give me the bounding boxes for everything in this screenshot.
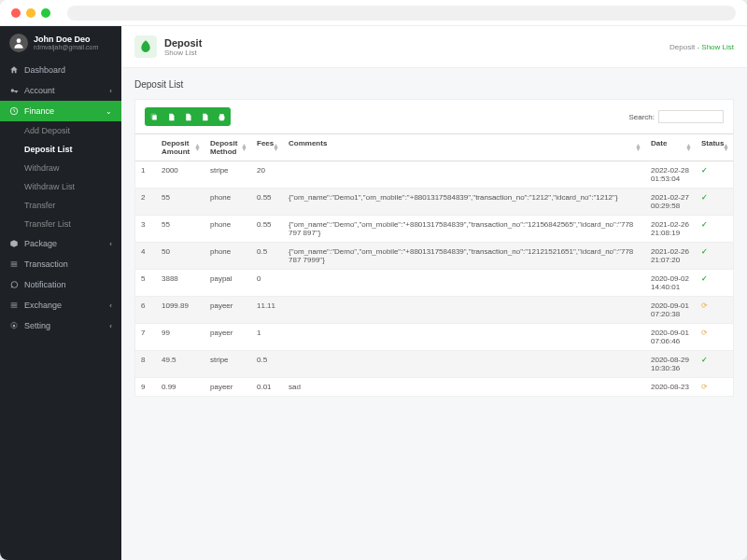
user-email: rdmvaijah@gmail.com: [34, 44, 98, 50]
nav-finance[interactable]: Finance ⌄: [0, 101, 121, 121]
nav-label: Finance: [24, 106, 54, 116]
cell-fees: 11.11: [251, 297, 283, 324]
nav-setting[interactable]: Setting ‹: [0, 315, 121, 336]
breadcrumb-current: Show List: [701, 43, 734, 51]
cell-status: ⟳: [696, 324, 733, 351]
cell-method: paypal: [204, 270, 251, 297]
key-icon: [9, 86, 19, 95]
chat-icon: [9, 280, 19, 289]
nav-label: Transaction: [24, 259, 68, 269]
breadcrumb-root[interactable]: Deposit: [669, 43, 695, 51]
col-status[interactable]: Status▲▼: [696, 134, 733, 161]
cell-comments: [283, 161, 645, 189]
clock-icon: [9, 106, 19, 116]
col-method[interactable]: Deposit Method▲▼: [204, 134, 251, 161]
cell-amount: 1099.89: [156, 297, 204, 324]
table-toolbar: Search:: [135, 100, 733, 133]
cell-method: phone: [204, 216, 251, 243]
close-dot[interactable]: [11, 8, 21, 18]
subnav-withdraw-list[interactable]: Withdraw List: [0, 177, 121, 196]
nav-package[interactable]: Package ‹: [0, 233, 121, 254]
cell-fees: 0: [251, 270, 283, 297]
sidebar: John Doe Deo rdmvaijah@gmail.com Dashboa…: [0, 26, 121, 560]
nav-notification[interactable]: Notification: [0, 274, 121, 295]
print-button[interactable]: [214, 109, 229, 124]
nav-transaction[interactable]: Transaction: [0, 254, 121, 274]
search-input[interactable]: [658, 110, 724, 123]
copy-button[interactable]: [147, 109, 162, 124]
svg-point-2: [13, 325, 16, 328]
table-row: 799payeer12020-09-01 07:06:46⟳: [135, 324, 733, 351]
svg-point-0: [11, 89, 14, 91]
cell-index: 4: [135, 243, 156, 270]
col-index[interactable]: [135, 134, 156, 161]
col-comments[interactable]: Comments▲▼: [283, 134, 645, 161]
pdf-button[interactable]: [197, 109, 212, 124]
cell-comments: {"om_name":"Demo","om_mobile":"+88013175…: [283, 216, 645, 243]
cell-amount: 3888: [156, 270, 204, 297]
export-button-group: [145, 107, 231, 126]
excel-button[interactable]: [180, 109, 195, 124]
chevron-left-icon: ‹: [109, 301, 112, 310]
cell-date: 2020-08-23: [645, 378, 696, 397]
nav-label: Exchange: [24, 301, 62, 310]
sort-icon: ▲▼: [635, 144, 641, 151]
nav-account[interactable]: Account ‹: [0, 80, 121, 101]
user-block[interactable]: John Doe Deo rdmvaijah@gmail.com: [0, 26, 121, 60]
cell-comments: [283, 351, 645, 378]
nav-label: Dashboard: [24, 65, 65, 75]
nav-dashboard[interactable]: Dashboard: [0, 60, 121, 80]
cell-fees: 0.5: [251, 243, 283, 270]
breadcrumb: Deposit - Show List: [669, 43, 734, 51]
cell-index: 7: [135, 324, 156, 351]
cell-method: stripe: [204, 351, 251, 378]
url-bar[interactable]: [67, 6, 736, 21]
cell-method: phone: [204, 243, 251, 270]
subnav-add-deposit[interactable]: Add Deposit: [0, 121, 121, 140]
sort-icon: ▲▼: [685, 144, 692, 151]
user-name: John Doe Deo: [34, 35, 98, 45]
svg-rect-3: [152, 115, 157, 119]
minimize-dot[interactable]: [26, 8, 35, 18]
deposit-panel: Search: Deposit Amount▲▼ Deposi: [134, 99, 734, 397]
check-icon: ✓: [701, 193, 708, 202]
cell-status: ⟳: [696, 378, 733, 397]
cell-index: 1: [135, 161, 156, 189]
cell-status: ✓: [696, 189, 733, 216]
page-title: Deposit: [164, 37, 202, 49]
table-row: 90.99payeer0.01sad2020-08-23⟳: [135, 378, 733, 397]
nav-label: Notification: [24, 280, 66, 289]
col-date[interactable]: Date▲▼: [645, 134, 696, 161]
check-icon: ✓: [701, 274, 708, 283]
cell-comments: [283, 270, 645, 297]
subnav-withdraw[interactable]: Withdraw: [0, 159, 121, 177]
chevron-left-icon: ‹: [109, 87, 112, 95]
deposit-table: Deposit Amount▲▼ Deposit Method▲▼ Fees▲▼…: [135, 133, 733, 396]
cell-index: 9: [135, 378, 156, 397]
cell-comments: [283, 297, 645, 324]
cell-amount: 99: [156, 324, 204, 351]
list-icon: [9, 259, 19, 269]
cell-fees: 1: [251, 324, 283, 351]
table-row: 255phone0.55{"om_name":"Demo1","om_mobil…: [135, 189, 733, 216]
cell-amount: 55: [156, 216, 204, 243]
subnav-transfer-list[interactable]: Transfer List: [0, 215, 121, 233]
cell-amount: 2000: [156, 161, 204, 189]
cell-method: payeer: [204, 378, 251, 397]
chevron-left-icon: ‹: [109, 322, 112, 330]
subnav-deposit-list[interactable]: Deposit List: [0, 140, 121, 159]
page-subtitle: Show List: [164, 49, 202, 57]
cell-status: ✓: [696, 161, 733, 189]
nav-exchange[interactable]: Exchange ‹: [0, 295, 121, 315]
table-row: 12000stripe202022-02-28 01:53:04✓: [135, 161, 733, 189]
cell-index: 2: [135, 189, 156, 216]
cell-method: stripe: [204, 161, 251, 189]
col-amount[interactable]: Deposit Amount▲▼: [156, 134, 204, 161]
col-fees[interactable]: Fees▲▼: [251, 134, 283, 161]
subnav-transfer[interactable]: Transfer: [0, 196, 121, 215]
check-icon: ✓: [701, 247, 708, 256]
maximize-dot[interactable]: [41, 8, 50, 18]
cell-date: 2020-08-29 10:30:36: [645, 351, 696, 378]
cell-status: ✓: [696, 270, 733, 297]
csv-button[interactable]: [163, 109, 178, 124]
